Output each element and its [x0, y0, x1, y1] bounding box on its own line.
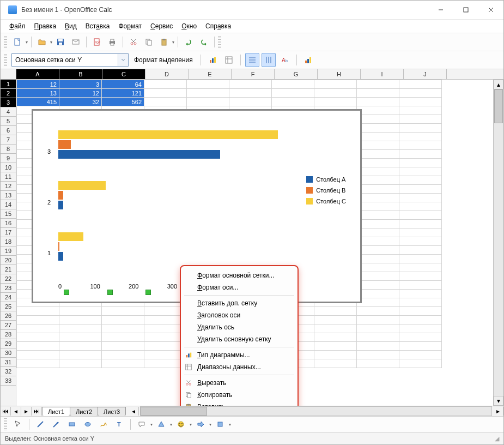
grid-v-button[interactable] [262, 53, 276, 67]
row-header-26[interactable]: 26 [1, 311, 16, 321]
chart-bar[interactable] [58, 242, 59, 251]
cell-H28[interactable] [314, 316, 357, 324]
cell-C31[interactable] [102, 342, 144, 351]
horizontal-scroll-thumb[interactable] [141, 407, 207, 416]
cell-J24[interactable] [399, 281, 442, 290]
cell-I24[interactable] [357, 281, 399, 290]
sheet-tab[interactable]: Лист1 [42, 407, 70, 416]
cell-J16[interactable] [399, 211, 442, 220]
cell-E3[interactable] [187, 98, 229, 106]
vertical-scrollbar[interactable]: ▴ ▾ [493, 80, 503, 406]
cell-I9[interactable] [357, 150, 399, 159]
row-header-15[interactable]: 15 [1, 209, 16, 219]
tab-next-button[interactable]: ▸ [21, 407, 32, 416]
column-header-C[interactable]: C [102, 69, 145, 79]
cell-J28[interactable] [399, 316, 442, 324]
cell-J18[interactable] [399, 228, 442, 237]
row-header-22[interactable]: 22 [1, 274, 16, 284]
drawbar-grip[interactable] [4, 418, 7, 430]
cell-H1[interactable] [314, 80, 357, 89]
legend-item[interactable]: Столбец C [306, 196, 346, 207]
column-header-I[interactable]: I [361, 69, 404, 79]
maximize-button[interactable] [453, 2, 478, 18]
row-header-30[interactable]: 30 [1, 348, 16, 358]
cell-J15[interactable] [399, 202, 442, 211]
cell-J13[interactable] [399, 185, 442, 194]
cell-A1[interactable]: 12 [17, 80, 59, 89]
text-tool[interactable]: T [112, 417, 126, 431]
block-arrows-tool[interactable] [193, 417, 208, 431]
row-header-14[interactable]: 14 [1, 200, 16, 209]
row-header-18[interactable]: 18 [1, 237, 16, 246]
rect-tool[interactable] [65, 417, 79, 431]
row-header-17[interactable]: 17 [1, 228, 16, 237]
row-header-24[interactable]: 24 [1, 293, 16, 302]
menu-insert[interactable]: Вставка [82, 21, 113, 31]
row-header-23[interactable]: 23 [1, 284, 16, 293]
cell-I5[interactable] [357, 115, 399, 124]
cell-J8[interactable] [399, 141, 442, 150]
row-header-25[interactable]: 25 [1, 302, 16, 311]
cell-H32[interactable] [314, 351, 357, 359]
grid-h-button[interactable] [245, 53, 259, 67]
cell-A30[interactable] [17, 333, 59, 342]
row-header-1[interactable]: 1 [1, 80, 16, 89]
cell-J26[interactable] [399, 298, 442, 307]
cell-A2[interactable]: 13 [17, 89, 59, 98]
cell-H30[interactable] [314, 333, 357, 342]
chart-plot-area[interactable]: 123 [58, 125, 293, 278]
cell-I10[interactable] [357, 159, 399, 167]
row-header-13[interactable]: 13 [1, 191, 16, 200]
cell-B27[interactable] [59, 307, 102, 316]
tab-first-button[interactable]: ⏮ [1, 407, 11, 416]
cell-J3[interactable] [399, 98, 442, 106]
cell-C33[interactable] [102, 359, 144, 368]
print-button[interactable] [105, 35, 119, 49]
cell-J5[interactable] [399, 115, 442, 124]
undo-button[interactable] [181, 35, 196, 49]
cell-G2[interactable] [272, 89, 314, 98]
cell-I20[interactable] [357, 246, 399, 255]
cell-grid[interactable]: 12364131212141532562 123 0100200 [16, 80, 493, 406]
menu-tools[interactable]: Сервис [147, 21, 176, 31]
flowchart-tool[interactable] [213, 417, 227, 431]
cell-A27[interactable] [17, 307, 59, 316]
cell-E1[interactable] [187, 80, 229, 89]
cell-A31[interactable] [17, 342, 59, 351]
cell-C1[interactable]: 64 [102, 80, 144, 89]
cell-D3[interactable] [144, 98, 187, 106]
cell-C30[interactable] [102, 333, 144, 342]
cut-button[interactable] [126, 35, 141, 49]
cell-I27[interactable] [357, 307, 399, 316]
row-header-21[interactable]: 21 [1, 265, 16, 274]
cell-J20[interactable] [399, 246, 442, 255]
row-header-5[interactable]: 5 [1, 117, 16, 126]
chart-bar[interactable] [58, 150, 220, 159]
context-menu-item[interactable]: Вставить [181, 401, 297, 406]
cell-I11[interactable] [357, 167, 399, 176]
context-menu-item[interactable]: Вырезать [181, 377, 297, 389]
cell-J21[interactable] [399, 255, 442, 263]
cell-I16[interactable] [357, 211, 399, 220]
row-header-16[interactable]: 16 [1, 219, 16, 228]
cell-J9[interactable] [399, 150, 442, 159]
sheet-tab[interactable]: Лист2 [70, 407, 98, 416]
cell-A29[interactable] [17, 324, 59, 333]
cell-G3[interactable] [272, 98, 314, 106]
cell-I8[interactable] [357, 141, 399, 150]
cell-G1[interactable] [272, 80, 314, 89]
horizontal-scrollbar[interactable] [140, 406, 492, 416]
chart-bar[interactable] [58, 130, 278, 139]
cell-H27[interactable] [314, 307, 357, 316]
column-header-B[interactable]: B [59, 69, 102, 79]
row-header-9[interactable]: 9 [1, 154, 16, 163]
context-menu-item[interactable]: Удалить основную сетку [181, 333, 297, 345]
legend-item[interactable]: Столбец B [306, 185, 346, 196]
cell-J1[interactable] [399, 80, 442, 89]
cell-I18[interactable] [357, 228, 399, 237]
open-button[interactable] [35, 35, 49, 49]
cell-I6[interactable] [357, 124, 399, 133]
cell-A32[interactable] [17, 351, 59, 359]
cell-B30[interactable] [59, 333, 102, 342]
cell-J17[interactable] [399, 220, 442, 228]
